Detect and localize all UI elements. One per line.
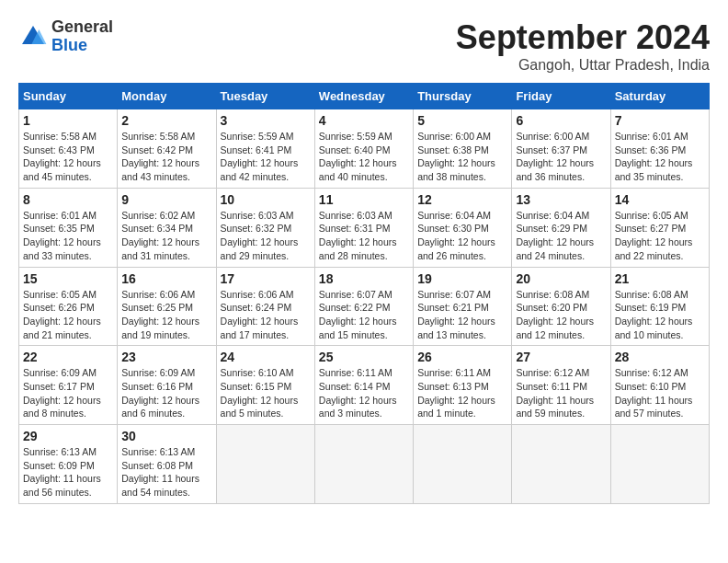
calendar-day-21: 21 Sunrise: 6:08 AMSunset: 6:19 PMDaylig… [610,267,709,346]
day-info-29: Sunrise: 6:13 AMSunset: 6:09 PMDaylight:… [23,445,113,500]
calendar-day-28: 28 Sunrise: 6:12 AMSunset: 6:10 PMDaylig… [610,346,709,425]
calendar-day-10: 10 Sunrise: 6:03 AMSunset: 6:32 PMDaylig… [216,188,314,267]
page-header: General Blue September 2024 Gangoh, Utta… [18,18,710,74]
empty-cell [512,425,610,504]
day-number-1: 1 [23,113,113,128]
day-number-7: 7 [615,113,705,128]
empty-cell [610,425,709,504]
header-tuesday: Tuesday [216,84,314,109]
header-monday: Monday [118,84,216,109]
day-info-23: Sunrise: 6:09 AMSunset: 6:16 PMDaylight:… [121,366,211,420]
day-number-6: 6 [516,113,606,128]
day-number-17: 17 [221,271,311,286]
calendar-day-11: 11 Sunrise: 6:03 AMSunset: 6:31 PMDaylig… [314,188,413,267]
empty-cell [314,425,413,504]
day-info-18: Sunrise: 6:07 AMSunset: 6:22 PMDaylight:… [319,288,409,342]
day-info-22: Sunrise: 6:09 AMSunset: 6:17 PMDaylight:… [23,366,113,420]
calendar-day-25: 25 Sunrise: 6:11 AMSunset: 6:14 PMDaylig… [314,346,413,425]
day-number-28: 28 [615,350,705,364]
header-thursday: Thursday [414,84,512,109]
calendar-week-2: 8 Sunrise: 6:01 AMSunset: 6:35 PMDayligh… [19,188,710,267]
calendar-day-9: 9 Sunrise: 6:02 AMSunset: 6:34 PMDayligh… [118,188,216,267]
day-number-3: 3 [221,113,311,128]
day-number-26: 26 [417,350,507,364]
day-number-19: 19 [417,271,507,286]
calendar-header-row: Sunday Monday Tuesday Wednesday Thursday… [19,84,710,109]
day-number-30: 30 [121,429,211,443]
calendar-day-17: 17 Sunrise: 6:06 AMSunset: 6:24 PMDaylig… [216,267,314,346]
day-number-27: 27 [516,350,606,364]
day-number-11: 11 [319,192,409,207]
day-info-10: Sunrise: 6:03 AMSunset: 6:32 PMDaylight:… [221,209,311,263]
day-number-4: 4 [319,113,409,128]
calendar-week-3: 15 Sunrise: 6:05 AMSunset: 6:26 PMDaylig… [19,267,710,346]
day-info-26: Sunrise: 6:11 AMSunset: 6:13 PMDaylight:… [417,366,507,420]
calendar-table: Sunday Monday Tuesday Wednesday Thursday… [18,83,710,504]
logo-icon [18,22,48,52]
calendar-day-7: 7 Sunrise: 6:01 AMSunset: 6:36 PMDayligh… [610,109,709,189]
day-number-22: 22 [23,350,113,364]
calendar-day-5: 5 Sunrise: 6:00 AMSunset: 6:38 PMDayligh… [414,109,512,189]
calendar-day-8: 8 Sunrise: 6:01 AMSunset: 6:35 PMDayligh… [19,188,118,267]
day-number-9: 9 [121,192,211,207]
day-number-29: 29 [23,429,113,443]
calendar-day-23: 23 Sunrise: 6:09 AMSunset: 6:16 PMDaylig… [118,346,216,425]
calendar-day-4: 4 Sunrise: 5:59 AMSunset: 6:40 PMDayligh… [314,109,413,189]
day-info-7: Sunrise: 6:01 AMSunset: 6:36 PMDaylight:… [615,130,705,184]
day-info-5: Sunrise: 6:00 AMSunset: 6:38 PMDaylight:… [417,130,507,184]
day-info-15: Sunrise: 6:05 AMSunset: 6:26 PMDaylight:… [23,288,113,342]
calendar-day-30: 30 Sunrise: 6:13 AMSunset: 6:08 PMDaylig… [118,425,216,504]
calendar-day-1: 1 Sunrise: 5:58 AMSunset: 6:43 PMDayligh… [19,109,118,189]
day-number-16: 16 [121,271,211,286]
empty-cell [216,425,314,504]
header-saturday: Saturday [610,84,709,109]
logo-general: General [51,18,113,37]
day-number-8: 8 [23,192,113,207]
calendar-day-27: 27 Sunrise: 6:12 AMSunset: 6:11 PMDaylig… [512,346,610,425]
day-number-20: 20 [516,271,606,286]
day-info-19: Sunrise: 6:07 AMSunset: 6:21 PMDaylight:… [417,288,507,342]
day-number-5: 5 [417,113,507,128]
calendar-day-12: 12 Sunrise: 6:04 AMSunset: 6:30 PMDaylig… [414,188,512,267]
day-number-18: 18 [319,271,409,286]
logo-blue: Blue [51,37,113,55]
calendar-week-1: 1 Sunrise: 5:58 AMSunset: 6:43 PMDayligh… [19,109,710,189]
day-number-10: 10 [221,192,311,207]
calendar-day-29: 29 Sunrise: 6:13 AMSunset: 6:09 PMDaylig… [19,425,118,504]
calendar-day-2: 2 Sunrise: 5:58 AMSunset: 6:42 PMDayligh… [118,109,216,189]
day-info-30: Sunrise: 6:13 AMSunset: 6:08 PMDaylight:… [121,445,211,500]
empty-cell [414,425,512,504]
day-number-15: 15 [23,271,113,286]
day-number-14: 14 [615,192,705,207]
header-friday: Friday [512,84,610,109]
day-info-9: Sunrise: 6:02 AMSunset: 6:34 PMDaylight:… [121,209,211,263]
title-area: September 2024 Gangoh, Uttar Pradesh, In… [456,18,710,74]
day-info-8: Sunrise: 6:01 AMSunset: 6:35 PMDaylight:… [23,209,113,263]
day-info-25: Sunrise: 6:11 AMSunset: 6:14 PMDaylight:… [319,366,409,420]
day-info-13: Sunrise: 6:04 AMSunset: 6:29 PMDaylight:… [516,209,606,263]
calendar-day-20: 20 Sunrise: 6:08 AMSunset: 6:20 PMDaylig… [512,267,610,346]
day-info-6: Sunrise: 6:00 AMSunset: 6:37 PMDaylight:… [516,130,606,184]
day-number-2: 2 [121,113,211,128]
calendar-day-3: 3 Sunrise: 5:59 AMSunset: 6:41 PMDayligh… [216,109,314,189]
day-number-12: 12 [417,192,507,207]
header-wednesday: Wednesday [314,84,413,109]
calendar-day-15: 15 Sunrise: 6:05 AMSunset: 6:26 PMDaylig… [19,267,118,346]
day-info-20: Sunrise: 6:08 AMSunset: 6:20 PMDaylight:… [516,288,606,342]
day-info-17: Sunrise: 6:06 AMSunset: 6:24 PMDaylight:… [221,288,311,342]
calendar-day-26: 26 Sunrise: 6:11 AMSunset: 6:13 PMDaylig… [414,346,512,425]
day-info-21: Sunrise: 6:08 AMSunset: 6:19 PMDaylight:… [615,288,705,342]
month-year-title: September 2024 [456,18,710,57]
day-info-1: Sunrise: 5:58 AMSunset: 6:43 PMDaylight:… [23,130,113,184]
day-info-16: Sunrise: 6:06 AMSunset: 6:25 PMDaylight:… [121,288,211,342]
calendar-day-16: 16 Sunrise: 6:06 AMSunset: 6:25 PMDaylig… [118,267,216,346]
calendar-day-14: 14 Sunrise: 6:05 AMSunset: 6:27 PMDaylig… [610,188,709,267]
day-info-11: Sunrise: 6:03 AMSunset: 6:31 PMDaylight:… [319,209,409,263]
day-number-24: 24 [221,350,311,364]
logo-text: General Blue [51,18,113,55]
day-number-13: 13 [516,192,606,207]
calendar-day-19: 19 Sunrise: 6:07 AMSunset: 6:21 PMDaylig… [414,267,512,346]
location-title: Gangoh, Uttar Pradesh, India [456,57,710,74]
header-sunday: Sunday [19,84,118,109]
day-info-27: Sunrise: 6:12 AMSunset: 6:11 PMDaylight:… [516,366,606,420]
